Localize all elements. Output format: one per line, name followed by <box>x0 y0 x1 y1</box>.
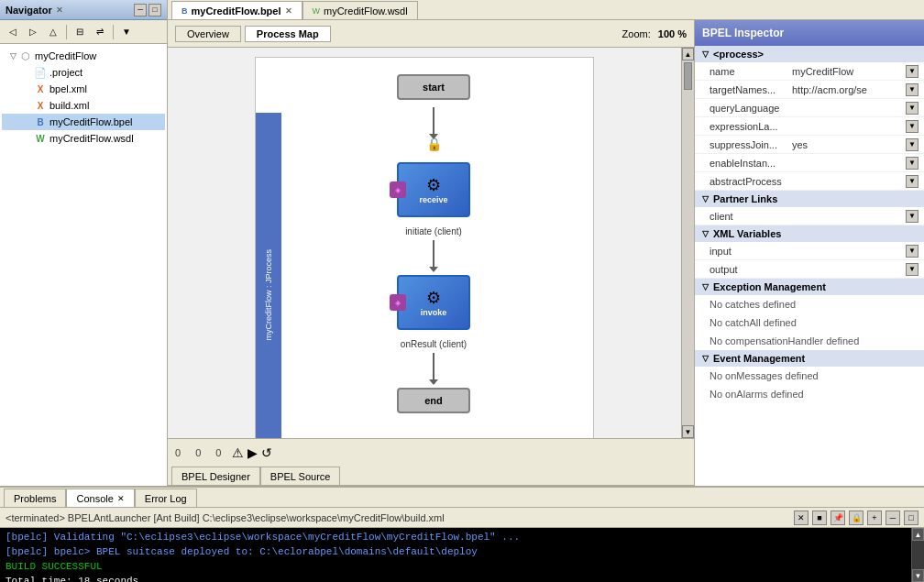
processmap-btn[interactable]: Process Map <box>245 26 331 42</box>
dropdown-abstractProcess[interactable]: ▼ <box>906 175 918 188</box>
console-tab-close[interactable]: ✕ <box>117 494 125 503</box>
connector-2 <box>433 240 434 268</box>
tree-item-bpelfile[interactable]: B myCreditFlow.bpel <box>2 114 165 130</box>
tree-toggle-myCreditFlow[interactable]: ▽ <box>7 50 18 61</box>
tree-item-bpelxml[interactable]: X bpel.xml <box>2 81 165 97</box>
navigator-minimize-btn[interactable]: ─ <box>134 4 147 16</box>
navigator-maximize-btn[interactable]: □ <box>148 4 161 16</box>
tab-myCreditFlow-wsdl[interactable]: W myCreditFlow.wsdl <box>302 1 418 19</box>
nav-menu-btn[interactable]: ▼ <box>117 23 136 41</box>
section-exception-label: Exception Management <box>713 281 826 292</box>
vscroll-up-btn[interactable]: ▲ <box>682 48 694 60</box>
navigator-toolbar: ◁ ▷ △ ⊟ ⇌ ▼ <box>0 20 167 44</box>
overview-btn[interactable]: Overview <box>175 26 241 42</box>
dropdown-client[interactable]: ▼ <box>906 210 918 223</box>
nav-up-btn[interactable]: △ <box>44 23 62 41</box>
canvas-scroll-area[interactable]: myCreditFlow : JProcess start <box>168 48 681 438</box>
vscroll-track <box>682 92 694 425</box>
dropdown-enableInstan[interactable]: ▼ <box>906 157 918 170</box>
zoom-label: Zoom: <box>622 28 651 39</box>
node-invoke[interactable]: ◈ ⚙ invoke <box>397 275 470 330</box>
console-vscroll-track <box>912 541 924 569</box>
coord-z: 0 <box>215 447 221 458</box>
vscroll-thumb[interactable] <box>684 62 692 90</box>
dropdown-queryLanguage[interactable]: ▼ <box>906 102 918 115</box>
console-tab-label: Console <box>76 493 113 504</box>
dropdown-expressionLa[interactable]: ▼ <box>906 120 918 133</box>
warning-btn[interactable]: ⚠ <box>232 445 244 460</box>
receive-badge-icon: ◈ <box>395 186 401 194</box>
run-btn[interactable]: ▶ <box>248 445 258 460</box>
tree-label-project: .project <box>50 67 82 78</box>
console-pin-btn[interactable]: 📌 <box>830 511 845 525</box>
connector-1 <box>433 107 434 135</box>
section-partnerLinks[interactable]: ▽ Partner Links <box>695 191 924 207</box>
section-exceptionManagement[interactable]: ▽ Exception Management <box>695 279 924 295</box>
tree-label-myCreditFlow: myCreditFlow <box>35 50 96 61</box>
nav-back-btn[interactable]: ◁ <box>4 23 22 41</box>
nav-forward-btn[interactable]: ▷ <box>24 23 42 41</box>
canvas-vscrollbar[interactable]: ▲ ▼ <box>681 48 694 438</box>
console-minimize-btn[interactable]: ─ <box>886 511 900 525</box>
dropdown-suppressJoin[interactable]: ▼ <box>906 138 918 151</box>
tab-error-log[interactable]: Error Log <box>135 489 197 507</box>
xml-icon-buildxml: X <box>33 98 48 113</box>
bpel-inspector-panel: BPEL Inspector ▽ <process> name myCredit… <box>695 20 924 486</box>
canvas-content: myCreditFlow : JProcess start <box>168 48 694 438</box>
console-maximize-btn[interactable]: □ <box>904 511 918 525</box>
tree-label-bpelxml: bpel.xml <box>50 83 87 94</box>
node-end[interactable]: end <box>397 388 470 413</box>
tree-toggle-bpelfile <box>22 116 33 127</box>
nav-link-btn[interactable]: ⇌ <box>91 23 109 41</box>
section-eventManagement[interactable]: ▽ Event Management <box>695 350 924 367</box>
dropdown-targetNames[interactable]: ▼ <box>906 83 918 96</box>
tree-item-buildxml[interactable]: X build.xml <box>2 97 165 114</box>
dropdown-name[interactable]: ▼ <box>906 65 918 78</box>
section-xmlVariables[interactable]: ▽ XML Variables <box>695 225 924 242</box>
console-header-text: <terminated> BPELAntLauncher [Ant Build]… <box>6 512 790 523</box>
refresh-btn[interactable]: ↺ <box>261 445 272 460</box>
nav-collapse-btn[interactable]: ⊟ <box>71 23 89 41</box>
dropdown-output[interactable]: ▼ <box>906 263 918 276</box>
console-vscrollbar[interactable]: ▲ ▼ <box>911 528 924 582</box>
console-new-btn[interactable]: + <box>867 511 882 525</box>
inspector-content: ▽ <process> name myCreditFlow ▼ targetNa… <box>695 46 924 486</box>
console-vscroll-down[interactable]: ▼ <box>912 569 924 582</box>
vscroll-down-btn[interactable]: ▼ <box>682 425 694 438</box>
val-targetNames: http://acm.org/se <box>792 84 906 95</box>
coord-x: 0 <box>175 447 181 458</box>
connector-3 <box>433 353 434 380</box>
wsdl-icon: W <box>33 131 48 146</box>
console-clear-btn[interactable]: ✕ <box>794 511 808 525</box>
key-targetNames: targetNames... <box>710 84 792 95</box>
receive-caption: initiate (client) <box>405 226 462 236</box>
console-scroll-lock-btn[interactable]: 🔒 <box>849 511 864 525</box>
tab-console[interactable]: Console ✕ <box>66 489 134 507</box>
bpel-tab-close[interactable]: ✕ <box>285 6 292 16</box>
key-expressionLa: expressionLa... <box>710 121 792 132</box>
note-no-catches: No catches defined <box>695 295 924 313</box>
editor-tab-bar: B myCreditFlow.bpel ✕ W myCreditFlow.wsd… <box>168 0 924 20</box>
tab-bpel-designer[interactable]: BPEL Designer <box>171 467 260 485</box>
navigator-title: Navigator <box>6 5 52 16</box>
note-no-catchAll: No catchAll defined <box>695 313 924 332</box>
dropdown-input[interactable]: ▼ <box>906 245 918 258</box>
tab-problems[interactable]: Problems <box>4 489 66 507</box>
note-no-compensationHandler: No compensationHandler defined <box>695 332 924 350</box>
tree-item-project[interactable]: 📄 .project <box>2 64 165 81</box>
section-process-label: <process> <box>713 49 764 60</box>
console-vscroll-up[interactable]: ▲ <box>912 528 924 541</box>
section-event-label: Event Management <box>713 353 805 364</box>
process-label-text: myCreditFlow : JProcess <box>264 249 273 341</box>
receive-badge: ◈ <box>390 181 406 198</box>
node-receive[interactable]: ◈ ⚙ receive <box>397 162 470 217</box>
note-no-onMessages: No onMessages defined <box>695 367 924 385</box>
tree-item-wsdl[interactable]: W myCreditFlow.wsdl <box>2 130 165 147</box>
row-input: input ▼ <box>695 242 924 260</box>
tab-myCreditFlow-bpel[interactable]: B myCreditFlow.bpel ✕ <box>171 1 302 19</box>
tree-item-myCreditFlow[interactable]: ▽ ⬡ myCreditFlow <box>2 48 165 64</box>
section-process[interactable]: ▽ <process> <box>695 46 924 62</box>
node-start[interactable]: start <box>397 74 470 100</box>
tab-bpel-source[interactable]: BPEL Source <box>260 467 341 485</box>
console-stop-btn[interactable]: ■ <box>812 511 827 525</box>
